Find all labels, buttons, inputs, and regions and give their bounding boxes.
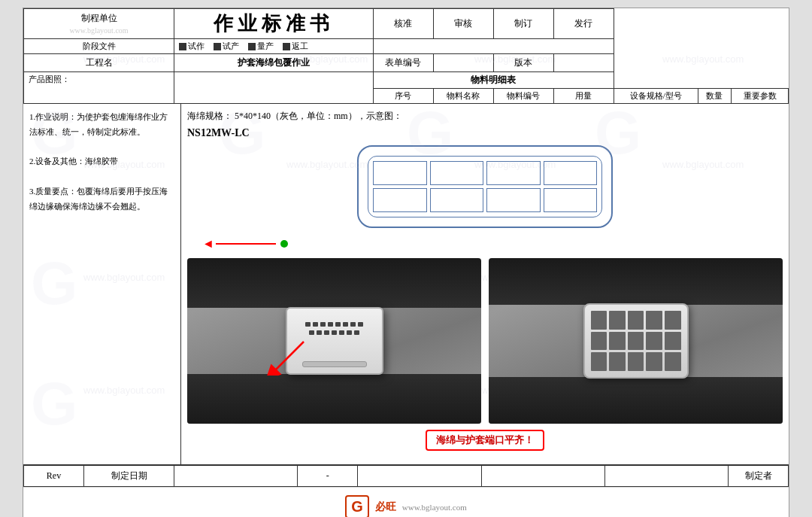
project-label: 工程名: [86, 57, 113, 68]
checkboxes-cell: 试作 试产 量产 返工: [174, 39, 374, 54]
issue-cell: 发行: [553, 9, 614, 39]
red-arrow-annotation: [266, 338, 311, 379]
foam-cell: [486, 161, 541, 185]
cb-square: [283, 43, 290, 50]
brand-logo-g: G: [345, 495, 369, 517]
brand-name: 必旺: [375, 500, 396, 514]
foam-spec-value: 5*40*140（灰色，单位：mm），示意图：: [235, 111, 402, 121]
mat-col-param: 重要参数: [732, 89, 789, 104]
formulate-cell: 制订: [493, 9, 553, 39]
photo-left: [187, 258, 481, 424]
foam-spec-label: 海绵规格：: [187, 111, 232, 121]
cb-rework: 返工: [283, 41, 308, 52]
slot: [628, 352, 644, 371]
pin: [317, 330, 322, 335]
cb-square: [248, 43, 256, 50]
caption-text: 海绵与护套端口平齐！: [426, 430, 544, 451]
rev-label: Rev: [24, 466, 84, 487]
foam-diagram-container: [187, 145, 783, 228]
document-page: www.bglayout.com www.bglayout.com www.bg…: [23, 8, 789, 517]
empty-phase-right: [373, 39, 614, 54]
product-image-cell: 产品图照：: [24, 72, 174, 104]
checkbox-group: 试作 试产 量产 返工: [179, 41, 368, 52]
company-cell: 制程单位 www.bglayout.com: [24, 9, 174, 39]
footer-dash: -: [298, 466, 358, 487]
foam-cell: [544, 188, 598, 212]
foam-cell: [430, 161, 484, 185]
pin: [339, 330, 344, 335]
project-value: 护套海绵包覆作业: [238, 57, 310, 68]
cb-rework-label: 返工: [292, 41, 308, 52]
pin: [328, 322, 333, 327]
table-num-value-cell: [433, 54, 493, 72]
connector-top-view: [583, 303, 689, 379]
version-label: 版本: [514, 57, 532, 68]
product-image-label: 产品图照：: [29, 75, 70, 84]
slot: [609, 332, 626, 351]
foam-top-right: [489, 258, 783, 305]
document-title: 作业标准书: [174, 9, 374, 39]
foam-bottom: [187, 374, 481, 424]
main-content: 1.作业说明：为使护套包缠海绵作业方法标准、统一，特制定此标准。 2.设备及其他…: [23, 104, 789, 465]
slot: [646, 311, 662, 330]
svg-line-0: [274, 342, 304, 372]
instruction-3: 3.质量要点：包覆海绵后要用手按压海绵边缘确保海绵边缘不会翘起。: [29, 184, 174, 214]
foam-cell: [544, 161, 598, 185]
cb-trial2: 试产: [214, 41, 239, 52]
pin: [324, 330, 329, 335]
slot: [591, 311, 607, 330]
pins-row-1: [287, 322, 382, 327]
cb-mass: 量产: [248, 41, 274, 52]
slot: [628, 332, 644, 351]
review-label: 审核: [454, 18, 472, 29]
pin: [305, 322, 311, 327]
materials-title-text: 物料明细表: [471, 75, 516, 85]
cb-trial1: 试作: [179, 41, 205, 52]
pin: [343, 322, 348, 327]
table-num-label: 表单编号: [385, 57, 421, 68]
company-label: 制程单位: [81, 13, 117, 23]
mat-col-num: 物料编号: [493, 89, 553, 104]
instructions-content: 1.作业说明：为使护套包缠海绵作业方法标准、统一，特制定此标准。 2.设备及其他…: [29, 110, 174, 214]
mat-col-seq: 序号: [373, 89, 433, 104]
ns-label: NS12MW-LC: [187, 127, 783, 139]
slot: [591, 332, 607, 351]
pin: [332, 330, 337, 335]
cb-mass-label: 量产: [257, 41, 274, 52]
logo-watermark: www.bglayout.com: [69, 26, 128, 35]
foam-inner-grid: [368, 156, 602, 217]
phase-label-cell: 阶段文件: [24, 39, 174, 54]
footer-row: Rev 制定日期 - 制定者: [24, 466, 789, 487]
project-row: 工程名 护套海绵包覆作业 表单编号 版本: [24, 54, 789, 72]
footer-empty3: [481, 466, 604, 487]
mat-col-count: 数量: [698, 89, 731, 104]
mat-col-qty: 用量: [553, 89, 614, 104]
foam-cell: [373, 161, 427, 185]
connector-latch: [302, 361, 367, 367]
instruction-1: 1.作业说明：为使护套包缠海绵作业方法标准、统一，特制定此标准。: [29, 110, 174, 140]
mat-col-spec: 设备规格/型号: [614, 89, 698, 104]
foam-top: [187, 258, 481, 308]
header-table: 制程单位 www.bglayout.com 作业标准书 核准 审核 制订 发行 …: [23, 8, 789, 104]
footer-table: Rev 制定日期 - 制定者: [23, 465, 789, 487]
foam-spec: 海绵规格： 5*40*140（灰色，单位：mm），示意图：: [187, 110, 783, 123]
date-label: 制定日期: [84, 466, 174, 487]
foam-cell: [373, 188, 427, 212]
pin: [354, 330, 359, 335]
footer-empty2: [358, 466, 481, 487]
materials-title: 物料明细表: [373, 72, 614, 89]
caption-box: 海绵与护套端口平齐！: [187, 430, 783, 451]
foam-cell: [430, 188, 484, 212]
bottom-branding: G 必旺 www.bglayout.com: [23, 487, 789, 517]
approve-cell: 核准: [373, 9, 433, 39]
footer-empty4: [604, 466, 728, 487]
maker-label: 制定者: [729, 466, 789, 487]
version-label-cell: 版本: [493, 54, 553, 72]
slot: [665, 332, 681, 351]
product-row: 产品图照： 物料明细表: [24, 72, 789, 89]
pin: [350, 322, 356, 327]
footer-empty: [174, 466, 298, 487]
arrow-row: ◄: [202, 237, 783, 251]
pin: [320, 322, 326, 327]
version-value-cell: [553, 54, 614, 72]
